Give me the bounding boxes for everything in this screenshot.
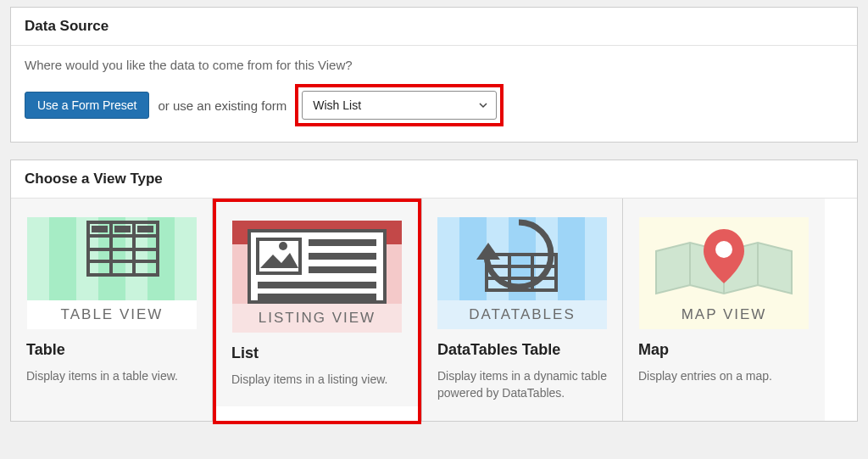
data-source-heading: Data Source — [11, 8, 857, 46]
svg-rect-23 — [309, 266, 376, 273]
view-type-card-table[interactable]: TABLE VIEW Table Display items in a tabl… — [11, 199, 213, 421]
data-source-panel: Data Source Where would you like the dat… — [10, 7, 858, 143]
existing-form-select[interactable]: Wish List — [302, 91, 497, 120]
form-select-value: Wish List — [313, 98, 361, 112]
svg-point-20 — [279, 242, 287, 250]
form-select-highlight: Wish List — [295, 84, 504, 126]
view-type-card-list[interactable]: LISTING VIEW List Display items in a lis… — [216, 202, 418, 406]
svg-text:DATATABLES: DATATABLES — [469, 306, 576, 322]
table-view-thumb-icon: TABLE VIEW — [27, 217, 197, 329]
card-title: Table — [26, 341, 197, 359]
svg-rect-25 — [258, 294, 376, 300]
card-desc: Display items in a listing view. — [231, 371, 403, 388]
listing-view-thumb-icon: LISTING VIEW — [232, 221, 402, 333]
view-type-panel: Choose a View Type TABLE VIEW — [10, 160, 858, 422]
svg-text:TABLE VIEW: TABLE VIEW — [60, 306, 163, 322]
view-type-heading: Choose a View Type — [11, 160, 857, 199]
card-title: DataTables Table — [437, 341, 607, 359]
card-desc: Display items in a dynamic table powered… — [437, 367, 607, 402]
view-type-card-list-highlight: LISTING VIEW List Display items in a lis… — [213, 199, 421, 424]
card-desc: Display entries on a map. — [638, 367, 810, 384]
view-type-card-map[interactable]: MAP VIEW Map Display entries on a map. — [623, 199, 825, 421]
view-type-card-datatables[interactable]: DATATABLES DataTables Table Display item… — [421, 199, 623, 421]
svg-rect-24 — [258, 282, 376, 288]
data-source-prompt: Where would you like the data to come fr… — [25, 58, 843, 72]
svg-rect-22 — [309, 253, 376, 260]
datatables-thumb-icon: DATATABLES — [437, 217, 607, 329]
card-desc: Display items in a table view. — [26, 367, 197, 384]
use-form-preset-button[interactable]: Use a Form Preset — [25, 92, 149, 119]
svg-text:MAP VIEW: MAP VIEW — [682, 306, 767, 322]
or-use-existing-text: or use an existing form — [158, 98, 287, 113]
data-source-body: Where would you like the data to come fr… — [11, 46, 857, 142]
card-title: Map — [638, 341, 810, 359]
map-view-thumb-icon: MAP VIEW — [639, 217, 809, 329]
svg-rect-12 — [114, 226, 131, 232]
svg-rect-11 — [92, 226, 108, 232]
svg-rect-21 — [309, 239, 376, 246]
card-title: List — [231, 344, 403, 362]
data-source-controls: Use a Form Preset or use an existing for… — [25, 84, 843, 126]
chevron-down-icon — [479, 98, 487, 112]
svg-rect-13 — [137, 226, 153, 232]
view-type-cards-row: TABLE VIEW Table Display items in a tabl… — [11, 199, 857, 421]
svg-text:LISTING VIEW: LISTING VIEW — [259, 310, 376, 326]
svg-point-44 — [715, 241, 732, 258]
